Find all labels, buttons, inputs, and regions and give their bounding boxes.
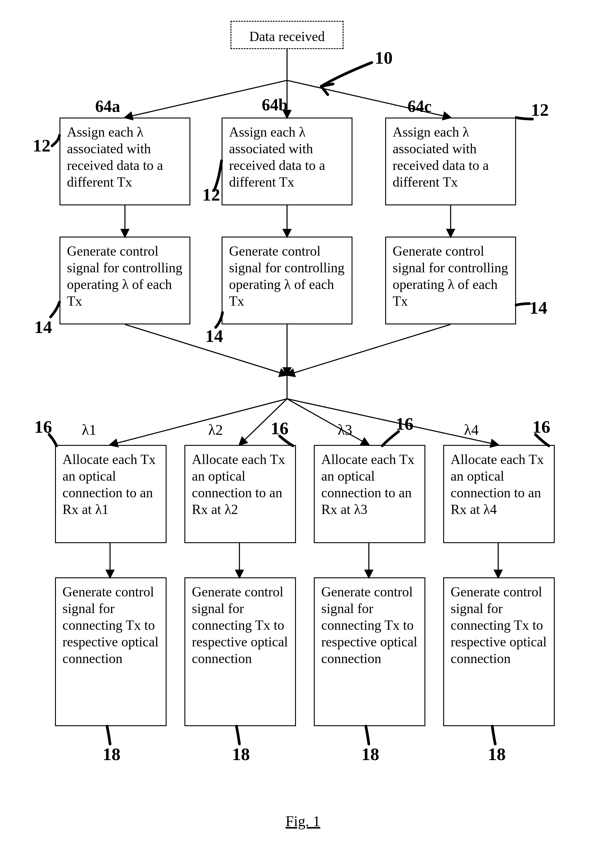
svg-line-9 [287, 324, 451, 375]
row2-box-2: Generate control signal for controlling … [222, 236, 352, 324]
diagram-root: Data received 10 64a 64b 64c Assign each… [0, 0, 616, 858]
svg-line-11 [110, 399, 287, 445]
ref-18-4: 18 [488, 744, 506, 765]
row1-box-2: Assign each λ associated with received d… [222, 118, 352, 205]
ref-16-1: 16 [34, 417, 52, 437]
lambda-label-2: λ2 [208, 421, 223, 438]
ref-16-4: 16 [532, 417, 550, 437]
row1-box-3: Assign each λ associated with received d… [385, 118, 516, 205]
svg-line-13 [287, 399, 369, 445]
hand-label-64a: 64a [95, 97, 120, 116]
row3-box-2: Allocate each Tx an optical connection t… [185, 445, 296, 543]
row4-box-2: Generate control signal for connecting T… [185, 577, 296, 726]
lambda-label-1: λ1 [82, 421, 96, 438]
row3-box-4: Allocate each Tx an optical connection t… [443, 445, 555, 543]
row2-box-1: Generate control signal for controlling … [59, 236, 190, 324]
lambda-label-4: λ4 [464, 421, 479, 438]
ref-16-2: 16 [271, 418, 289, 439]
ref-12-left: 12 [33, 135, 51, 156]
row4-box-1: Generate control signal for connecting T… [55, 577, 166, 726]
ref-18-3: 18 [362, 744, 379, 765]
ref-18-2: 18 [232, 744, 250, 765]
hand-label-64b: 64b [262, 95, 288, 114]
ref-16-3: 16 [396, 413, 413, 434]
figure-caption: Fig. 1 [286, 813, 320, 830]
row4-box-3: Generate control signal for connecting T… [314, 577, 425, 726]
row3-box-1: Allocate each Tx an optical connection t… [55, 445, 166, 543]
start-box: Data received [231, 21, 343, 49]
ref-10: 10 [375, 48, 393, 68]
ref-14-right: 14 [529, 298, 547, 318]
hand-label-64c: 64c [408, 97, 431, 116]
ref-18-1: 18 [102, 744, 121, 765]
ref-14-mid: 14 [205, 326, 223, 347]
ref-12-right: 12 [531, 100, 549, 120]
row1-box-1: Assign each λ associated with received d… [59, 118, 190, 205]
row4-box-4: Generate control signal for connecting T… [443, 577, 555, 726]
ref-12-mid: 12 [202, 185, 220, 205]
row2-box-3: Generate control signal for controlling … [385, 236, 516, 324]
ref-14-left: 14 [34, 317, 52, 337]
row3-box-3: Allocate each Tx an optical connection t… [314, 445, 425, 543]
lambda-label-3: λ3 [338, 421, 352, 438]
